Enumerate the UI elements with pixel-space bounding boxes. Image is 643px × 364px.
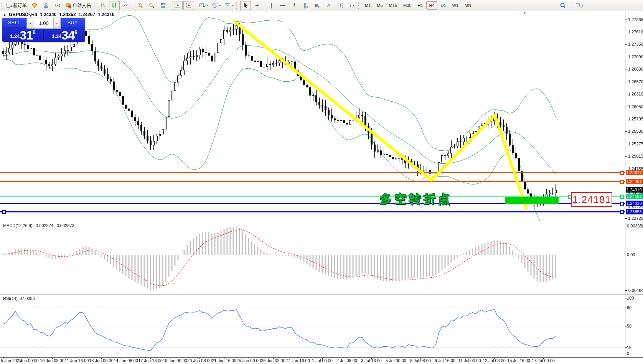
sell-button[interactable]: SELL [2, 18, 26, 27]
styler-button[interactable] [29, 1, 40, 10]
trendline-icon: / [293, 3, 295, 8]
crosshair-icon: + [255, 2, 259, 9]
one-click-trading-panel: SELL BUY ▾ 1.00 ▴ 1.24310 1.24346 [2, 18, 85, 42]
time-axis-label: 15 Jul 16:00 [507, 358, 530, 363]
rsi-label-row: RSI(14) 37.0083 [3, 296, 35, 301]
zoom-out-icon [148, 2, 155, 8]
rsi-axis-label: 15 [627, 345, 631, 350]
volume-value[interactable]: 1.00 [34, 18, 53, 28]
line-handle[interactable] [620, 202, 624, 206]
line-handle[interactable] [2, 210, 6, 214]
zoom-in-icon [137, 2, 143, 8]
timeframe-button-M30[interactable]: M30 [401, 1, 414, 10]
timeframe-button-H1[interactable]: H1 [415, 1, 425, 10]
new-order-button[interactable]: 新订单 [5, 1, 28, 10]
toolbar-drag-handle[interactable] [236, 2, 238, 9]
timeframe-button-D1[interactable]: D1 [438, 1, 449, 10]
price-tag-label[interactable]: 1.24181 [571, 192, 612, 207]
volume-decrease-button[interactable]: ▾ [27, 18, 34, 28]
search-button[interactable] [557, 1, 568, 10]
time-axis-label: 21 Jun 16:00 [212, 358, 236, 363]
time-axis-label: 1 Jul 00:00 [312, 358, 333, 363]
buy-button[interactable]: BUY [60, 18, 85, 27]
quote-low: 1.24267 [79, 12, 95, 17]
cursor-icon [243, 2, 248, 8]
timeframe-button-M5[interactable]: M5 [374, 1, 385, 10]
turning-point-annotation[interactable]: 多空转折点 [380, 191, 453, 207]
line-handle[interactable] [620, 180, 624, 184]
chat-button[interactable] [574, 1, 585, 10]
dropdown-caret-icon: ▾ [353, 4, 354, 7]
timeframe-button-MN[interactable]: MN [462, 1, 474, 10]
zoom-out-button[interactable] [146, 1, 157, 10]
highlight-rectangle[interactable] [505, 197, 559, 204]
symbol-collapse-icon[interactable]: ▲ [3, 13, 6, 16]
text-tool-button[interactable]: A [323, 1, 334, 10]
time-axis-label: 19 Jun 00:00 [163, 358, 187, 363]
time-axis-label: 9 Jul 16:00 [435, 358, 455, 363]
timeframe-button-M1[interactable]: M1 [362, 1, 373, 10]
signals-button[interactable] [52, 1, 63, 10]
macd-label-row: MACD(12,26,9) -0.002874 -0.002873 [3, 223, 74, 228]
line-chart-button[interactable] [120, 1, 131, 10]
clock-icon [212, 2, 218, 8]
text-label-tool-button[interactable]: T [335, 1, 346, 10]
time-axis-label: 3 Jul 16:00 [361, 358, 382, 363]
cursor-tool-button[interactable] [240, 1, 251, 10]
sell-price-display[interactable]: 1.24310 [2, 27, 43, 42]
price-axis-tick: 1.27865 [628, 17, 643, 22]
arrows-tool-button[interactable]: ↕ ▾ [346, 1, 357, 10]
rsi-axis-label: 100 [627, 295, 634, 301]
dropdown-caret-icon: ▾ [219, 4, 221, 7]
add-indicator-button[interactable]: ▾ [198, 1, 209, 10]
template-button[interactable]: ▾ [223, 1, 235, 10]
line-handle[interactable] [620, 171, 624, 175]
time-axis-label: 14 Jun 08:00 [114, 358, 138, 363]
price-chart-canvas[interactable] [0, 0, 643, 364]
auto-scroll-button[interactable] [172, 1, 183, 10]
timeframe-button-M15[interactable]: M15 [386, 1, 400, 10]
toolbar-separator [264, 2, 264, 9]
toolbar-drag-handle[interactable] [358, 2, 360, 9]
time-axis-label: 12 Jul 08:00 [483, 358, 506, 363]
equidistant-channel-tool-button[interactable]: ∥ E [300, 1, 311, 10]
fibonacci-tool-button[interactable]: ≡ F [312, 1, 323, 10]
tile-windows-icon [160, 2, 166, 8]
candlestick-chart-button[interactable] [109, 1, 120, 10]
chart-shift-button[interactable] [183, 1, 194, 10]
new-order-icon [6, 2, 12, 8]
bid-price-badge: 1.24310 [626, 187, 643, 193]
fibonacci-icon: ≡ [315, 3, 318, 8]
time-axis-label: 11 Jul 00:00 [458, 358, 481, 363]
time-axis-label: 13 Jun 00:00 [89, 358, 114, 363]
period-button[interactable]: ▾ [210, 1, 222, 10]
buy-price-display[interactable]: 1.24346 [44, 27, 85, 42]
price-axis-tick: 1.25015 [628, 153, 643, 159]
profile-button[interactable] [41, 1, 51, 10]
timeframe-button-H4[interactable]: H4 [426, 1, 437, 10]
trendline-tool-button[interactable]: / [289, 1, 300, 10]
bar-chart-button[interactable] [97, 1, 108, 10]
text-tool-icon: A [327, 3, 331, 8]
rsi-value: 37.0083 [20, 296, 35, 301]
horizontal-line-tool-button[interactable]: — [277, 1, 288, 10]
template-icon [224, 2, 231, 8]
signals-icon [55, 3, 61, 8]
line-handle[interactable] [620, 210, 624, 214]
zoom-in-button[interactable] [135, 1, 145, 10]
line-handle[interactable] [620, 195, 624, 199]
timeframe-button-W1[interactable]: W1 [450, 1, 462, 10]
candlestick-chart-icon [111, 2, 117, 8]
toolbar-drag-handle[interactable] [94, 2, 96, 9]
vertical-line-tool-button[interactable]: | [266, 1, 277, 10]
macd-label: MACD(12,26,9) [3, 223, 32, 228]
crosshair-tool-button[interactable]: + [252, 1, 262, 10]
toolbar-drag-handle[interactable] [1, 2, 3, 9]
profile-icon [43, 3, 49, 8]
autotrading-button[interactable]: 自动交易 [64, 1, 92, 10]
dropdown-caret-icon: ▾ [232, 4, 234, 7]
tile-windows-button[interactable] [158, 1, 168, 10]
volume-increase-button[interactable]: ▴ [53, 18, 61, 28]
price-level-badge: 1.24677 [626, 170, 643, 175]
price-axis-tick: 1.26050 [628, 104, 643, 109]
